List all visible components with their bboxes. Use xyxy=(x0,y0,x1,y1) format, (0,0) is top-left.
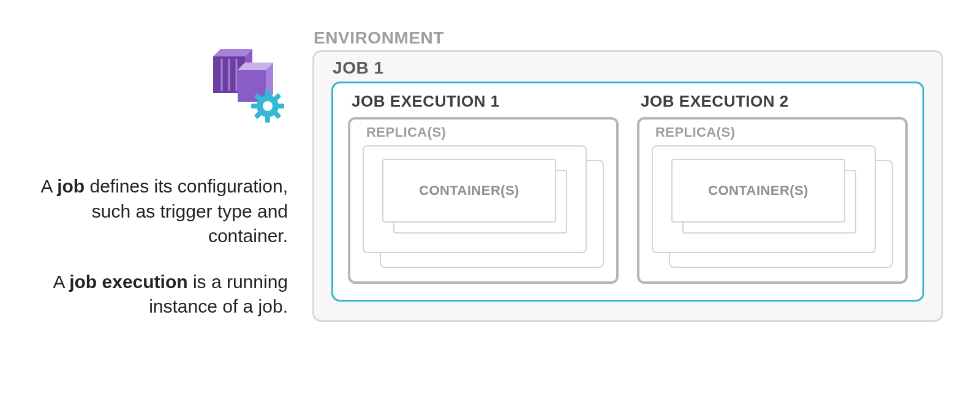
job-execution-2: JOB EXECUTION 2 REPLICA(S) CONTAINER(S) xyxy=(637,92,908,284)
replica-card-front: CONTAINER(S) xyxy=(363,145,587,253)
execution-label: JOB EXECUTION 2 xyxy=(641,92,908,111)
container-apps-job-icon xyxy=(196,43,288,125)
container-label: CONTAINER(S) xyxy=(708,183,809,199)
right-column: ENVIRONMENT JOB 1 JOB EXECUTION 1 REPLIC… xyxy=(312,0,980,396)
description-paragraph-2: A job execution is a running instance of… xyxy=(31,270,288,319)
job-box: JOB EXECUTION 1 REPLICA(S) CONTAINER(S) xyxy=(331,82,924,302)
svg-rect-10 xyxy=(265,89,270,96)
container-card-front: CONTAINER(S) xyxy=(671,159,845,223)
svg-rect-13 xyxy=(278,104,284,109)
bold-job: job xyxy=(57,176,85,196)
replica-card-front: CONTAINER(S) xyxy=(652,145,876,253)
container-card-front: CONTAINER(S) xyxy=(382,159,556,223)
left-column: A job defines its configuration, such as… xyxy=(0,0,312,396)
container-label: CONTAINER(S) xyxy=(419,183,519,199)
container-stack: CONTAINER(S) xyxy=(671,159,856,234)
execution-box: REPLICA(S) CONTAINER(S) xyxy=(637,117,908,284)
replica-label: REPLICA(S) xyxy=(655,124,893,140)
job-execution-1: JOB EXECUTION 1 REPLICA(S) CONTAINER(S) xyxy=(348,92,619,284)
text: A xyxy=(40,176,57,196)
replica-stack: CONTAINER(S) xyxy=(652,145,893,268)
execution-label: JOB EXECUTION 1 xyxy=(352,92,619,111)
text: A xyxy=(53,272,70,292)
job-label: JOB 1 xyxy=(333,58,924,78)
replica-stack: CONTAINER(S) xyxy=(363,145,604,268)
execution-box: REPLICA(S) CONTAINER(S) xyxy=(348,117,619,284)
description-text: A job defines its configuration, such as… xyxy=(31,174,288,340)
container-stack: CONTAINER(S) xyxy=(382,159,567,234)
environment-label: ENVIRONMENT xyxy=(314,28,943,48)
description-paragraph-1: A job defines its configuration, such as… xyxy=(31,174,288,249)
svg-point-18 xyxy=(263,101,273,111)
diagram-page: A job defines its configuration, such as… xyxy=(0,0,980,396)
svg-rect-12 xyxy=(251,104,257,109)
replica-label: REPLICA(S) xyxy=(366,124,604,140)
environment-box: JOB 1 JOB EXECUTION 1 REPLICA(S) xyxy=(312,50,943,322)
svg-rect-11 xyxy=(265,116,270,123)
bold-job-execution: job execution xyxy=(69,272,187,292)
text: defines its configuration, such as trigg… xyxy=(85,176,288,246)
